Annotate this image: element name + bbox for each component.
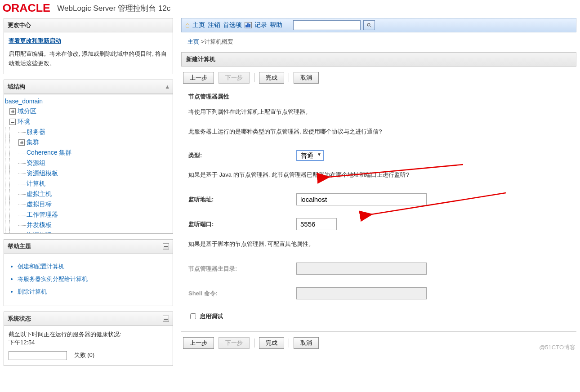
type-select[interactable]: 普通 bbox=[296, 150, 324, 161]
minimize-icon[interactable] bbox=[163, 316, 169, 322]
record-icon bbox=[245, 22, 252, 28]
tree-item[interactable]: 并发模板 bbox=[27, 221, 52, 229]
svg-point-0 bbox=[367, 23, 370, 26]
home-dir-label: 节点管理器主目录: bbox=[188, 265, 296, 273]
tree-item[interactable]: 虚拟目标 bbox=[27, 200, 52, 209]
global-toolbar: ⌂ 主页 注销 首选项 记录 帮助 bbox=[181, 18, 576, 32]
status-heading: 截至以下时间正在运行的服务器的健康状况: bbox=[9, 330, 168, 339]
help-link[interactable]: 删除计算机 bbox=[18, 288, 47, 295]
change-center-desc: 启用配置编辑。将来在修改, 添加或删除此域中的项目时, 将自动激活这些更改。 bbox=[9, 49, 168, 68]
breadcrumb-current: 计算机概要 bbox=[204, 38, 233, 45]
domain-structure-title: 域结构 bbox=[8, 83, 25, 91]
domain-tree-scroll[interactable]: base_domain 域分区 环境 服务器 集群 Coherence 集群 资… bbox=[4, 94, 173, 233]
help-link[interactable]: 将服务器实例分配给计算机 bbox=[18, 276, 88, 282]
status-title: 系统状态 bbox=[8, 315, 31, 323]
system-status-panel: 系统状态 截至以下时间正在运行的服务器的健康状况: 下午12:54 失败 (0) bbox=[4, 312, 173, 366]
java-question: 如果是基于 Java 的节点管理器, 此节点管理器已配置为在哪个地址和端口上进行… bbox=[188, 167, 572, 187]
shell-cmd-input bbox=[296, 287, 427, 299]
failed-label: 失败 (0) bbox=[74, 352, 95, 358]
svg-line-1 bbox=[370, 26, 371, 27]
tree-item[interactable]: 集群 bbox=[27, 138, 39, 147]
oracle-logo: ORACLE bbox=[4, 2, 49, 14]
back-button[interactable]: 上一步 bbox=[183, 72, 214, 84]
listen-port-input[interactable] bbox=[296, 218, 337, 230]
page-title: 新建计算机 bbox=[181, 52, 576, 67]
view-changes-link[interactable]: 查看更改和重新启动 bbox=[9, 37, 61, 44]
listen-port-label: 监听端口: bbox=[188, 220, 296, 228]
section-heading: 节点管理器属性 bbox=[188, 89, 572, 104]
listen-address-label: 监听地址: bbox=[188, 196, 296, 204]
tree-item[interactable]: 工作管理器 bbox=[27, 211, 58, 219]
tree-item[interactable]: 资源管理 bbox=[27, 232, 52, 233]
next-button: 下一步 bbox=[219, 72, 250, 84]
cancel-button-bottom[interactable]: 取消 bbox=[294, 337, 319, 349]
collapse-icon[interactable] bbox=[9, 119, 16, 125]
finish-button[interactable]: 完成 bbox=[259, 72, 284, 84]
listen-address-input[interactable] bbox=[296, 193, 427, 205]
intro-text: 将使用下列属性在此计算机上配置节点管理器。 bbox=[188, 104, 572, 124]
change-center-panel: 更改中心 查看更改和重新启动 启用配置编辑。将来在修改, 添加或删除此域中的项目… bbox=[4, 18, 173, 74]
type-question: 此服务器上运行的是哪种类型的节点管理器, 应使用哪个协议与之进行通信? bbox=[188, 124, 572, 144]
type-label: 类型: bbox=[188, 151, 296, 160]
breadcrumb-home[interactable]: 主页 bbox=[187, 38, 199, 45]
tree-item[interactable]: 域分区 bbox=[18, 107, 36, 116]
nav-help[interactable]: 帮助 bbox=[270, 21, 282, 29]
nav-home[interactable]: 主页 bbox=[192, 21, 205, 29]
tree-root[interactable]: base_domain bbox=[5, 98, 43, 105]
console-title: WebLogic Server 管理控制台 12c bbox=[57, 3, 170, 13]
enable-debug-label: 启用调试 bbox=[200, 312, 223, 321]
domain-structure-panel: 域结构 ▴ base_domain 域分区 环境 服务器 集群 Coherenc… bbox=[4, 80, 173, 234]
status-time: 下午12:54 bbox=[9, 339, 168, 347]
back-button-bottom[interactable]: 上一步 bbox=[183, 337, 214, 349]
expand-icon[interactable] bbox=[18, 139, 25, 146]
help-link[interactable]: 创建和配置计算机 bbox=[18, 263, 64, 270]
nav-record[interactable]: 记录 bbox=[254, 21, 267, 29]
minimize-icon[interactable] bbox=[163, 243, 169, 249]
home-icon: ⌂ bbox=[185, 21, 190, 29]
change-center-title: 更改中心 bbox=[8, 21, 31, 29]
breadcrumb: 主页 >计算机概要 bbox=[181, 36, 576, 52]
tree-item[interactable]: 资源组模板 bbox=[27, 169, 58, 178]
enable-debug-checkbox[interactable] bbox=[190, 313, 196, 319]
tree-item[interactable]: 计算机 bbox=[27, 180, 45, 188]
shell-cmd-label: Shell 命令: bbox=[188, 290, 296, 298]
script-question: 如果是基于脚本的节点管理器, 可配置其他属性。 bbox=[188, 236, 572, 256]
tree-item[interactable]: 资源组 bbox=[27, 159, 45, 167]
cancel-button[interactable]: 取消 bbox=[294, 72, 319, 84]
tree-item[interactable]: 服务器 bbox=[27, 128, 45, 136]
failed-bar bbox=[9, 351, 67, 360]
search-button[interactable] bbox=[363, 20, 375, 30]
search-icon bbox=[366, 22, 372, 28]
home-dir-input bbox=[296, 263, 427, 275]
help-panel: 帮助主题 创建和配置计算机 将服务器实例分配给计算机 删除计算机 bbox=[4, 239, 173, 306]
next-button-bottom: 下一步 bbox=[219, 337, 250, 349]
nav-logout[interactable]: 注销 bbox=[208, 21, 220, 29]
expand-icon[interactable] bbox=[9, 108, 16, 115]
tree-item[interactable]: Coherence 集群 bbox=[27, 149, 71, 157]
search-input[interactable] bbox=[293, 20, 361, 30]
tree-item[interactable]: 虚拟主机 bbox=[27, 190, 52, 198]
tree-item[interactable]: 环境 bbox=[18, 118, 30, 126]
finish-button-bottom[interactable]: 完成 bbox=[259, 337, 284, 349]
watermark: @51CTO博客 bbox=[539, 343, 576, 352]
help-title: 帮助主题 bbox=[8, 242, 31, 250]
nav-preferences[interactable]: 首选项 bbox=[223, 21, 242, 29]
